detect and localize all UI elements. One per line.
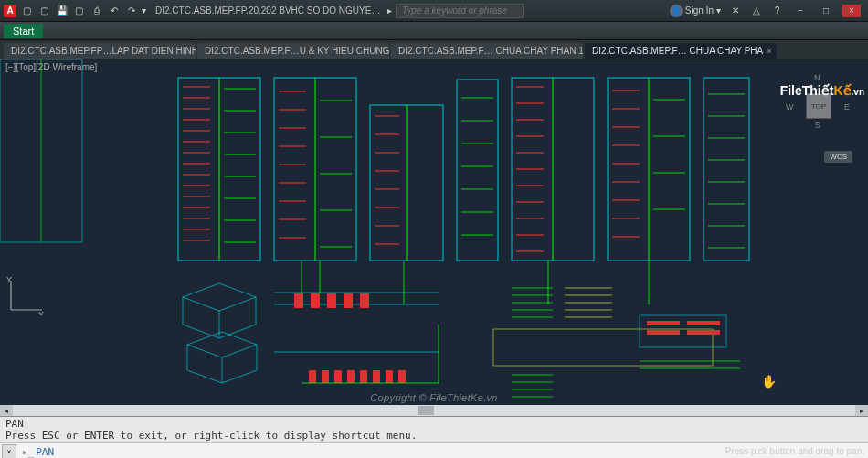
- svg-rect-104: [386, 370, 393, 383]
- cmd-line1: PAN: [5, 418, 863, 430]
- viewcube-n[interactable]: N: [814, 73, 820, 82]
- signin-button[interactable]: 👤 Sign In ▾: [670, 5, 721, 17]
- minimize-button[interactable]: −: [791, 5, 810, 17]
- qat-more-icon[interactable]: ▾: [142, 5, 146, 16]
- search-input[interactable]: [396, 4, 524, 18]
- user-icon: 👤: [670, 5, 683, 17]
- qat-saveas-icon[interactable]: ▢: [72, 4, 86, 17]
- horizontal-scrollbar[interactable]: ◂ ▸: [0, 405, 868, 416]
- title-bar: A ▢ ▢ 💾 ▢ ⎙ ↶ ↷ ▾ DI2.CTC.ASB.MEP.FP.20.…: [0, 0, 868, 22]
- command-close-icon[interactable]: ×: [2, 444, 16, 458]
- ribbon-start-tab[interactable]: Start: [4, 24, 43, 38]
- ucs-icon: Y X: [5, 275, 46, 315]
- watermark: Copyright © FileThietKe.vn: [370, 392, 497, 403]
- file-tab[interactable]: DI2.CTC.ASB.MEP.F… CHUA CHAY PHAN 1*×: [391, 43, 583, 59]
- scroll-left-icon[interactable]: ◂: [0, 405, 13, 416]
- file-tab[interactable]: DI2.CTC.ASB.MEP.FP…LAP DAT DIEN HINH*×: [4, 43, 196, 59]
- help-icon[interactable]: ?: [770, 4, 784, 17]
- svg-text:X: X: [38, 310, 44, 315]
- svg-rect-105: [398, 370, 406, 383]
- svg-rect-103: [373, 370, 380, 383]
- qat-undo-icon[interactable]: ↶: [107, 4, 121, 17]
- file-tab-label: DI2.CTC.ASB.MEP.F…U & KY HIEU CHUNG*: [205, 46, 389, 56]
- cad-drawing: [0, 59, 868, 405]
- qat-open-icon[interactable]: ▢: [37, 4, 51, 17]
- svg-rect-93: [294, 293, 303, 308]
- scroll-right-icon[interactable]: ▸: [855, 405, 868, 416]
- window-title: DI2.CTC.ASB.MEP.FP.20.202 BVHC SO DO NGU…: [155, 5, 384, 16]
- svg-rect-100: [334, 370, 342, 383]
- file-tab-label: DI2.CTC.ASB.MEP.F… CHUA CHAY PHAN 1*: [398, 46, 583, 56]
- file-tab-label: DI2.CTC.ASB.MEP.FP…LAP DAT DIEN HINH*: [11, 46, 196, 56]
- viewcube-s[interactable]: S: [815, 121, 820, 130]
- svg-rect-98: [309, 370, 316, 383]
- cmd-line2: Press ESC or ENTER to exit, or right-cli…: [5, 430, 863, 442]
- svg-rect-96: [344, 293, 353, 308]
- signin-chevron-icon: ▾: [716, 5, 721, 16]
- file-tab[interactable]: DI2.CTC.ASB.MEP.F…U & KY HIEU CHUNG*×: [197, 43, 389, 59]
- a360-icon[interactable]: △: [749, 4, 763, 17]
- qat-new-icon[interactable]: ▢: [20, 4, 34, 17]
- svg-rect-99: [322, 370, 329, 383]
- close-button[interactable]: ×: [842, 5, 861, 17]
- viewcube-w[interactable]: W: [786, 102, 794, 112]
- svg-rect-132: [687, 330, 720, 335]
- qat-plot-icon[interactable]: ⎙: [90, 4, 103, 17]
- app-logo[interactable]: A: [4, 5, 16, 17]
- status-hint: Press pick button and drag to pan.: [725, 446, 864, 456]
- svg-text:Y: Y: [6, 275, 12, 284]
- svg-rect-94: [311, 293, 320, 308]
- tab-close-icon[interactable]: ×: [767, 47, 771, 56]
- command-chevron-icon: ▸_: [22, 446, 34, 458]
- scroll-thumb[interactable]: [418, 406, 434, 415]
- viewcube-e[interactable]: E: [844, 102, 850, 112]
- scroll-track[interactable]: [13, 405, 855, 416]
- command-current: PAN: [36, 446, 54, 458]
- site-logo: FileThiếtKế.vn: [780, 83, 864, 98]
- file-tab[interactable]: DI2.CTC.ASB.MEP.F… CHUA CHAY PHA×: [585, 43, 777, 59]
- ribbon: Start: [0, 22, 868, 40]
- maximize-button[interactable]: □: [817, 5, 835, 17]
- svg-rect-129: [647, 321, 680, 325]
- svg-rect-49: [457, 80, 498, 261]
- qat-save-icon[interactable]: 💾: [55, 4, 69, 17]
- status-bar: Press pick button and drag to pan.: [725, 446, 864, 456]
- svg-rect-102: [360, 370, 367, 383]
- exchange-icon[interactable]: ✕: [728, 4, 742, 17]
- signin-label: Sign In: [685, 5, 714, 16]
- svg-rect-101: [347, 370, 355, 383]
- svg-rect-95: [327, 293, 336, 308]
- qat-redo-icon[interactable]: ↷: [124, 4, 138, 17]
- svg-rect-130: [687, 321, 720, 325]
- svg-rect-131: [647, 330, 680, 335]
- svg-rect-81: [704, 78, 749, 261]
- title-arrow-icon[interactable]: ▸: [387, 5, 392, 16]
- drawing-viewport[interactable]: [−][Top][2D Wireframe]: [0, 59, 868, 405]
- wcs-badge[interactable]: WCS: [824, 151, 852, 163]
- pan-cursor-icon: ✋: [761, 374, 777, 389]
- file-tab-label: DI2.CTC.ASB.MEP.F… CHUA CHAY PHA: [592, 46, 763, 56]
- file-tab-bar: DI2.CTC.ASB.MEP.FP…LAP DAT DIEN HINH*× D…: [0, 40, 868, 59]
- command-history: PAN Press ESC or ENTER to exit, or right…: [0, 417, 868, 443]
- svg-rect-97: [360, 293, 369, 308]
